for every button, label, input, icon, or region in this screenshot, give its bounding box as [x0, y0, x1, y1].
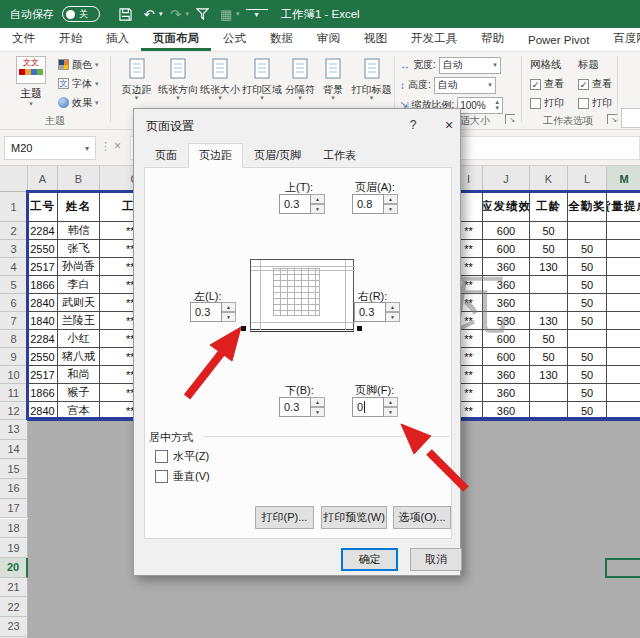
bring-forward-button[interactable]: [621, 108, 640, 128]
headings-view-checkbox[interactable]: ✓查看: [578, 77, 612, 91]
cell-m11[interactable]: [607, 384, 640, 402]
cell-b6[interactable]: 武则天: [58, 294, 100, 312]
row-header-23[interactable]: 23: [0, 617, 28, 637]
cell-b1[interactable]: 姓名: [58, 192, 100, 222]
cell-l4[interactable]: 50: [568, 258, 607, 276]
ribbon-tab-10[interactable]: Power Pivot: [516, 30, 601, 51]
cell-m6[interactable]: [607, 294, 640, 312]
cell-m5[interactable]: [607, 276, 640, 294]
row-header-22[interactable]: 22: [0, 597, 28, 617]
dialog-tab-2[interactable]: 页眉/页脚: [243, 143, 312, 168]
row-header-20[interactable]: 20: [0, 558, 28, 578]
cell-j10[interactable]: 360: [483, 366, 530, 384]
cell-l9[interactable]: 50: [568, 348, 607, 366]
row-header-1[interactable]: 1: [0, 192, 28, 222]
cell-m7[interactable]: [607, 312, 640, 330]
dialog-tab-3[interactable]: 工作表: [312, 143, 367, 168]
right-margin-handle[interactable]: [357, 326, 362, 331]
cell-k1[interactable]: 工龄: [530, 192, 568, 222]
ribbon-tab-4[interactable]: 公式: [211, 27, 258, 51]
cell-b8[interactable]: 小红: [58, 330, 100, 348]
header-margin-spinner[interactable]: 0.8▲▼: [352, 194, 398, 214]
ribbon-button-背景[interactable]: 背景▾: [317, 55, 349, 113]
cell-a11[interactable]: 1866: [28, 384, 58, 402]
cell-l7[interactable]: 50: [568, 312, 607, 330]
theme-fonts-button[interactable]: 文 字体▾: [58, 75, 106, 92]
cell-l8[interactable]: [568, 330, 607, 348]
ok-button[interactable]: 确定: [341, 548, 398, 571]
cell-l2[interactable]: [568, 222, 607, 240]
ribbon-button-页边距[interactable]: 页边距▾: [116, 55, 157, 113]
ribbon-button-纸张方向[interactable]: 纸张方向▾: [157, 55, 199, 113]
cell-m1[interactable]: 货量提成: [607, 192, 640, 222]
customize-qat-icon[interactable]: ▾: [246, 9, 268, 19]
left-margin-handle[interactable]: [241, 326, 246, 331]
cell-j11[interactable]: 360: [483, 384, 530, 402]
cell-k9[interactable]: 50: [530, 348, 568, 366]
cell-b9[interactable]: 猪八戒: [58, 348, 100, 366]
print-button[interactable]: 打印(P)...: [255, 506, 314, 529]
cell-m4[interactable]: [607, 258, 640, 276]
ribbon-tab-6[interactable]: 审阅: [305, 27, 352, 51]
bottom-margin-spinner[interactable]: 0.3▲▼: [279, 397, 325, 417]
gridlines-view-checkbox[interactable]: ✓查看: [530, 77, 564, 91]
save-icon[interactable]: [114, 4, 136, 24]
ribbon-tab-0[interactable]: 文件: [0, 27, 47, 51]
cell-b11[interactable]: 猴子: [58, 384, 100, 402]
theme-colors-button[interactable]: 颜色▾: [58, 56, 106, 73]
cancel-button[interactable]: 取消: [410, 548, 462, 571]
row-header-10[interactable]: 10: [0, 366, 28, 384]
dialog-close-button[interactable]: ×: [436, 114, 462, 136]
options-button[interactable]: 选项(O)...: [393, 506, 451, 529]
cell-b2[interactable]: 韩信: [58, 222, 100, 240]
row-header-12[interactable]: 12: [0, 402, 28, 420]
ribbon-button-分隔符[interactable]: 分隔符▾: [283, 55, 317, 113]
cell-j2[interactable]: 600: [483, 222, 530, 240]
row-header-17[interactable]: 17: [0, 499, 28, 519]
ribbon-tab-11[interactable]: 百度网盘: [601, 27, 640, 51]
cell-a5[interactable]: 1866: [28, 276, 58, 294]
footer-margin-spinner[interactable]: 0 ▲▼: [352, 397, 398, 417]
row-header-8[interactable]: 8: [0, 330, 28, 348]
row-header-13[interactable]: 13: [0, 420, 28, 440]
right-margin-spinner[interactable]: 0.3▲▼: [354, 302, 400, 322]
autosave-toggle[interactable]: 关: [62, 6, 100, 22]
cell-a8[interactable]: 2284: [28, 330, 58, 348]
ribbon-tab-1[interactable]: 开始: [47, 27, 94, 51]
col-header-A[interactable]: A: [28, 166, 58, 192]
headings-print-checkbox[interactable]: 打印: [578, 96, 612, 110]
dialog-tab-0[interactable]: 页面: [144, 143, 188, 168]
row-header-9[interactable]: 9: [0, 348, 28, 366]
cell-l10[interactable]: 50: [568, 366, 607, 384]
col-header-K[interactable]: K: [530, 166, 568, 192]
ribbon-tab-3[interactable]: 页面布局: [141, 27, 211, 51]
col-header-L[interactable]: L: [568, 166, 607, 192]
cell-m3[interactable]: [607, 240, 640, 258]
width-select[interactable]: 自动▾: [439, 57, 501, 74]
cell-m9[interactable]: [607, 348, 640, 366]
cell-a7[interactable]: 1840: [28, 312, 58, 330]
ribbon-button-打印区域[interactable]: 打印区域▾: [241, 55, 283, 113]
cell-k6[interactable]: [530, 294, 568, 312]
name-box[interactable]: M20 ▾: [4, 136, 96, 160]
row-header-3[interactable]: 3: [0, 240, 28, 258]
row-header-15[interactable]: 15: [0, 459, 28, 479]
ribbon-tab-9[interactable]: 帮助: [469, 27, 516, 51]
cell-a6[interactable]: 2840: [28, 294, 58, 312]
cell-k5[interactable]: [530, 276, 568, 294]
col-header-M[interactable]: M: [607, 166, 640, 192]
select-all-corner[interactable]: [0, 166, 28, 192]
cell-a3[interactable]: 2550: [28, 240, 58, 258]
gridlines-print-checkbox[interactable]: 打印: [530, 96, 564, 110]
height-select[interactable]: 自动▾: [434, 77, 496, 94]
cell-a10[interactable]: 2517: [28, 366, 58, 384]
center-horizontal-checkbox[interactable]: 水平(Z): [155, 449, 209, 464]
row-header-6[interactable]: 6: [0, 294, 28, 312]
row-header-5[interactable]: 5: [0, 276, 28, 294]
cell-l11[interactable]: 50: [568, 384, 607, 402]
cell-b10[interactable]: 和尚: [58, 366, 100, 384]
row-header-19[interactable]: 19: [0, 538, 28, 558]
row-header-21[interactable]: 21: [0, 578, 28, 598]
cell-b4[interactable]: 孙尚香: [58, 258, 100, 276]
cell-k11[interactable]: [530, 384, 568, 402]
